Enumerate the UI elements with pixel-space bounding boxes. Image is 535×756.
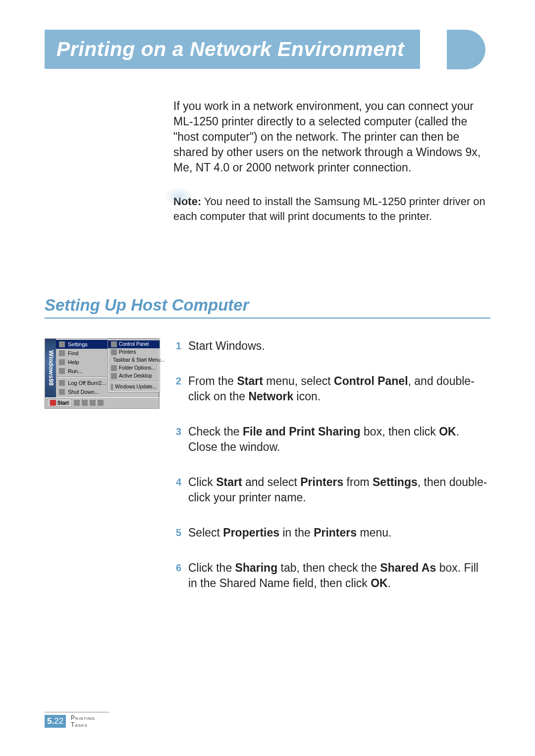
tray-icon — [90, 400, 96, 406]
step-number: 6 — [173, 560, 181, 591]
step-text: Select Properties in the Printers menu. — [188, 525, 490, 540]
menu-label-help: Help — [68, 359, 79, 365]
page-title: Printing on a Network Environment — [45, 30, 420, 69]
note-decoration — [163, 187, 194, 205]
submenu-label: Taskbar & Start Menu... — [113, 357, 165, 363]
step-number: 3 — [173, 424, 181, 455]
submenu-item-taskbar: Taskbar & Start Menu... — [108, 356, 160, 364]
submenu-item-active-desktop: Active Desktop — [108, 372, 160, 380]
note-text: You need to install the Samsung ML-1250 … — [173, 195, 485, 222]
windows-logo-icon — [50, 400, 56, 406]
tray-icon — [74, 400, 80, 406]
intro-paragraph: If you work in a network environment, yo… — [173, 99, 490, 175]
menu-label-logoff: Log Off Burri2... — [68, 380, 106, 386]
step-text: Click Start and select Printers from Set… — [188, 475, 490, 505]
step-number: 1 — [173, 338, 181, 354]
menu-label-settings: Settings — [68, 341, 88, 347]
submenu-item-windows-update: Windows Update... — [108, 383, 160, 391]
find-icon — [59, 350, 65, 356]
note-block: Note: You need to install the Samsung ML… — [173, 194, 490, 223]
step-text: Check the File and Print Sharing box, th… — [188, 424, 490, 455]
step-5: 5 Select Properties in the Printers menu… — [173, 525, 490, 540]
submenu-divider — [109, 381, 158, 382]
submenu-label: Active Desktop — [119, 373, 152, 378]
step-number: 4 — [173, 475, 181, 505]
step-text: Start Windows. — [188, 338, 490, 354]
win98-sidebar-label: Windows98 — [45, 339, 56, 397]
section-heading: Setting Up Host Computer — [45, 296, 490, 319]
step-2: 2 From the Start menu, select Control Pa… — [173, 374, 490, 404]
desktop-icon — [111, 373, 117, 379]
step-number: 5 — [173, 525, 181, 540]
step-3: 3 Check the File and Print Sharing box, … — [173, 424, 490, 455]
control-panel-icon — [111, 341, 117, 347]
shutdown-icon — [59, 389, 65, 395]
step-4: 4 Click Start and select Printers from S… — [173, 475, 490, 505]
step-6: 6 Click the Sharing tab, then check the … — [173, 560, 490, 591]
submenu-label: Control Panel — [119, 341, 149, 347]
start-button: Start — [47, 399, 72, 407]
menu-label-find: Find — [68, 350, 78, 356]
submenu-label: Printers — [119, 349, 136, 355]
settings-icon — [59, 341, 65, 347]
page-label: Printing Tasks — [71, 714, 109, 728]
submenu-item-printers: Printers — [108, 348, 160, 356]
title-pill-decoration — [447, 30, 485, 69]
start-label: Start — [57, 400, 69, 406]
folder-icon — [111, 365, 117, 371]
help-icon — [59, 359, 65, 365]
win98-start-menu-figure: Windows98 Settings ▶ Find ▶ — [45, 338, 160, 409]
submenu-item-folder-options: Folder Options... — [108, 364, 160, 372]
submenu-label: Folder Options... — [119, 365, 156, 371]
win98-taskbar: Start — [45, 397, 159, 408]
printers-icon — [111, 349, 117, 355]
page-number: 5.22 — [45, 715, 66, 728]
step-text: From the Start menu, select Control Pane… — [188, 374, 490, 404]
submenu-item-control-panel: Control Panel — [108, 340, 160, 348]
step-text: Click the Sharing tab, then check the Sh… — [188, 560, 490, 591]
step-number: 2 — [173, 374, 181, 404]
update-icon — [111, 384, 113, 390]
step-1: 1 Start Windows. — [173, 338, 490, 354]
submenu-label: Windows Update... — [115, 384, 157, 389]
run-icon — [59, 368, 65, 374]
win98-submenu: Control Panel Printers Taskbar & Start M… — [107, 339, 160, 392]
page-footer: 5.22 Printing Tasks — [45, 712, 109, 728]
menu-label-shutdown: Shut Down... — [68, 389, 99, 395]
logoff-icon — [59, 380, 65, 386]
tray-icon — [82, 400, 88, 406]
tray-icon — [98, 400, 104, 406]
menu-label-run: Run... — [68, 368, 82, 374]
